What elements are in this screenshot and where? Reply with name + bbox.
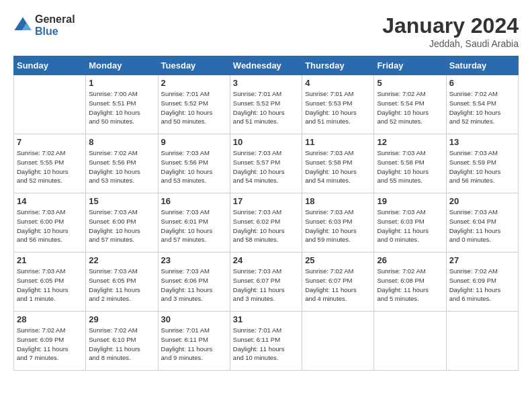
day-info: Sunrise: 7:02 AMSunset: 6:09 PMDaylight:…: [449, 267, 515, 304]
calendar-cell: 20Sunrise: 7:03 AMSunset: 6:04 PMDayligh…: [446, 193, 518, 253]
logo-blue: Blue: [35, 26, 75, 38]
day-info: Sunrise: 7:03 AMSunset: 5:56 PMDaylight:…: [161, 148, 227, 185]
day-info: Sunrise: 7:02 AMSunset: 6:07 PMDaylight:…: [305, 267, 371, 304]
day-number: 6: [449, 78, 515, 88]
calendar-cell: 12Sunrise: 7:03 AMSunset: 5:58 PMDayligh…: [374, 134, 446, 193]
day-info: Sunrise: 7:03 AMSunset: 6:05 PMDaylight:…: [89, 267, 154, 304]
calendar-cell: 31Sunrise: 7:01 AMSunset: 6:11 PMDayligh…: [230, 312, 302, 371]
day-info: Sunrise: 7:02 AMSunset: 5:56 PMDaylight:…: [89, 148, 154, 185]
day-number: 9: [161, 137, 227, 147]
day-number: 11: [305, 137, 371, 147]
calendar-cell: 4Sunrise: 7:01 AMSunset: 5:53 PMDaylight…: [302, 75, 374, 134]
calendar-week-row: 21Sunrise: 7:03 AMSunset: 6:05 PMDayligh…: [14, 253, 519, 312]
calendar-cell: 8Sunrise: 7:02 AMSunset: 5:56 PMDaylight…: [86, 134, 158, 193]
calendar-cell: 14Sunrise: 7:03 AMSunset: 6:00 PMDayligh…: [14, 193, 86, 253]
header-day: Friday: [374, 56, 446, 75]
calendar-cell: 15Sunrise: 7:03 AMSunset: 6:00 PMDayligh…: [86, 193, 158, 253]
calendar-cell: 13Sunrise: 7:03 AMSunset: 5:59 PMDayligh…: [446, 134, 518, 193]
logo-text: General Blue: [35, 13, 75, 37]
calendar-cell: [302, 312, 374, 371]
day-info: Sunrise: 7:03 AMSunset: 6:01 PMDaylight:…: [161, 208, 227, 244]
calendar-cell: 11Sunrise: 7:03 AMSunset: 5:58 PMDayligh…: [302, 134, 374, 193]
day-number: 29: [89, 314, 154, 324]
calendar-table: SundayMondayTuesdayWednesdayThursdayFrid…: [13, 56, 519, 371]
day-number: 19: [377, 196, 443, 206]
calendar-week-row: 28Sunrise: 7:02 AMSunset: 6:09 PMDayligh…: [14, 312, 519, 371]
day-number: 27: [449, 255, 515, 265]
calendar-cell: 16Sunrise: 7:03 AMSunset: 6:01 PMDayligh…: [158, 193, 230, 253]
day-info: Sunrise: 7:02 AMSunset: 6:08 PMDaylight:…: [377, 267, 443, 304]
calendar-cell: 30Sunrise: 7:01 AMSunset: 6:11 PMDayligh…: [158, 312, 230, 371]
day-info: Sunrise: 7:02 AMSunset: 6:09 PMDaylight:…: [17, 326, 83, 363]
logo-icon: [13, 16, 32, 35]
calendar-cell: 7Sunrise: 7:02 AMSunset: 5:55 PMDaylight…: [14, 134, 86, 193]
day-info: Sunrise: 7:01 AMSunset: 6:11 PMDaylight:…: [161, 326, 227, 363]
day-info: Sunrise: 7:01 AMSunset: 5:52 PMDaylight:…: [233, 89, 299, 126]
day-info: Sunrise: 7:03 AMSunset: 6:06 PMDaylight:…: [161, 267, 227, 304]
day-number: 2: [161, 78, 227, 88]
month-title: January 2024: [382, 13, 519, 38]
day-number: 10: [233, 137, 299, 147]
day-info: Sunrise: 7:02 AMSunset: 5:55 PMDaylight:…: [17, 148, 83, 185]
day-info: Sunrise: 7:03 AMSunset: 6:00 PMDaylight:…: [89, 208, 154, 244]
day-number: 13: [449, 137, 515, 147]
calendar-cell: 27Sunrise: 7:02 AMSunset: 6:09 PMDayligh…: [446, 253, 518, 312]
day-info: Sunrise: 7:02 AMSunset: 5:54 PMDaylight:…: [377, 89, 443, 126]
day-info: Sunrise: 7:01 AMSunset: 5:52 PMDaylight:…: [161, 89, 227, 126]
header-day: Saturday: [446, 56, 518, 75]
day-info: Sunrise: 7:03 AMSunset: 6:03 PMDaylight:…: [305, 208, 371, 244]
calendar-week-row: 14Sunrise: 7:03 AMSunset: 6:00 PMDayligh…: [14, 193, 519, 253]
page-header: General Blue January 2024 Jeddah, Saudi …: [13, 13, 519, 49]
day-info: Sunrise: 7:01 AMSunset: 5:53 PMDaylight:…: [305, 89, 371, 126]
calendar-cell: 9Sunrise: 7:03 AMSunset: 5:56 PMDaylight…: [158, 134, 230, 193]
day-info: Sunrise: 7:03 AMSunset: 6:02 PMDaylight:…: [233, 208, 299, 244]
day-info: Sunrise: 7:02 AMSunset: 5:54 PMDaylight:…: [449, 89, 515, 126]
calendar-cell: 28Sunrise: 7:02 AMSunset: 6:09 PMDayligh…: [14, 312, 86, 371]
header-day: Sunday: [14, 56, 86, 75]
calendar-cell: [14, 75, 86, 134]
day-info: Sunrise: 7:03 AMSunset: 6:03 PMDaylight:…: [377, 208, 443, 244]
calendar-cell: [374, 312, 446, 371]
day-number: 21: [17, 255, 83, 265]
calendar-cell: 2Sunrise: 7:01 AMSunset: 5:52 PMDaylight…: [158, 75, 230, 134]
day-info: Sunrise: 7:00 AMSunset: 5:51 PMDaylight:…: [89, 89, 154, 126]
location: Jeddah, Saudi Arabia: [382, 38, 519, 49]
header-row: SundayMondayTuesdayWednesdayThursdayFrid…: [14, 56, 519, 75]
calendar-cell: 10Sunrise: 7:03 AMSunset: 5:57 PMDayligh…: [230, 134, 302, 193]
day-info: Sunrise: 7:03 AMSunset: 5:58 PMDaylight:…: [305, 148, 371, 185]
day-number: 1: [89, 78, 154, 88]
day-number: 15: [89, 196, 154, 206]
calendar-body: 1Sunrise: 7:00 AMSunset: 5:51 PMDaylight…: [14, 75, 519, 371]
day-number: 17: [233, 196, 299, 206]
calendar-cell: 17Sunrise: 7:03 AMSunset: 6:02 PMDayligh…: [230, 193, 302, 253]
calendar-cell: [446, 312, 518, 371]
day-number: 14: [17, 196, 83, 206]
header-day: Thursday: [302, 56, 374, 75]
day-number: 31: [233, 314, 299, 324]
day-info: Sunrise: 7:03 AMSunset: 5:57 PMDaylight:…: [233, 148, 299, 185]
calendar-cell: 18Sunrise: 7:03 AMSunset: 6:03 PMDayligh…: [302, 193, 374, 253]
calendar-cell: 3Sunrise: 7:01 AMSunset: 5:52 PMDaylight…: [230, 75, 302, 134]
day-number: 23: [161, 255, 227, 265]
day-number: 8: [89, 137, 154, 147]
day-number: 30: [161, 314, 227, 324]
calendar-header: SundayMondayTuesdayWednesdayThursdayFrid…: [14, 56, 519, 75]
calendar-cell: 22Sunrise: 7:03 AMSunset: 6:05 PMDayligh…: [86, 253, 158, 312]
day-number: 28: [17, 314, 83, 324]
day-number: 16: [161, 196, 227, 206]
day-number: 25: [305, 255, 371, 265]
calendar-cell: 25Sunrise: 7:02 AMSunset: 6:07 PMDayligh…: [302, 253, 374, 312]
calendar-cell: 1Sunrise: 7:00 AMSunset: 5:51 PMDaylight…: [86, 75, 158, 134]
logo: General Blue: [13, 13, 75, 37]
day-info: Sunrise: 7:03 AMSunset: 5:59 PMDaylight:…: [449, 148, 515, 185]
day-number: 20: [449, 196, 515, 206]
day-number: 24: [233, 255, 299, 265]
calendar-cell: 6Sunrise: 7:02 AMSunset: 5:54 PMDaylight…: [446, 75, 518, 134]
calendar-cell: 26Sunrise: 7:02 AMSunset: 6:08 PMDayligh…: [374, 253, 446, 312]
day-number: 7: [17, 137, 83, 147]
title-area: January 2024 Jeddah, Saudi Arabia: [382, 13, 519, 49]
calendar-week-row: 1Sunrise: 7:00 AMSunset: 5:51 PMDaylight…: [14, 75, 519, 134]
day-info: Sunrise: 7:03 AMSunset: 6:00 PMDaylight:…: [17, 208, 83, 244]
day-info: Sunrise: 7:03 AMSunset: 6:04 PMDaylight:…: [449, 208, 515, 244]
day-number: 5: [377, 78, 443, 88]
